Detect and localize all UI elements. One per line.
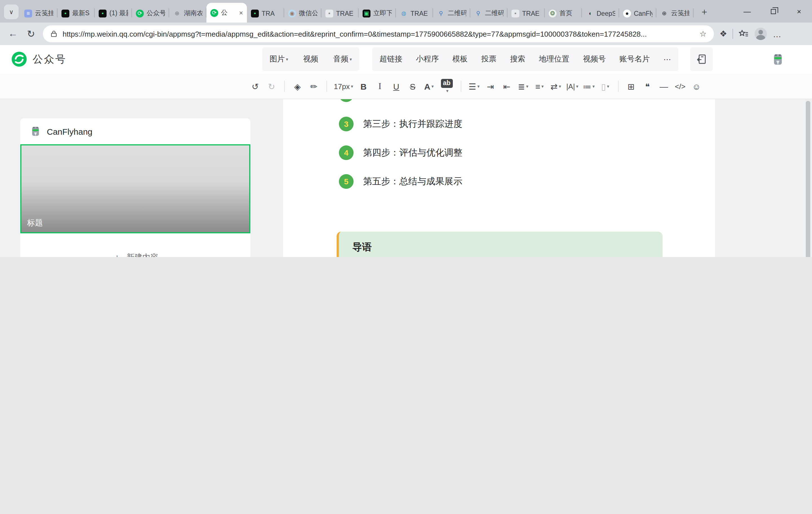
favorite-star-icon[interactable]: ☆ <box>699 29 706 38</box>
browser-tab[interactable]: ▪ 最新S <box>58 4 95 23</box>
header-menu-item[interactable]: 投票 <box>481 54 496 64</box>
toolbar-button[interactable]: — <box>658 79 670 94</box>
favorites-bar-icon[interactable] <box>739 29 749 38</box>
browser-essentials-icon[interactable]: ❖ <box>720 29 727 39</box>
close-button[interactable]: × <box>786 0 812 23</box>
toolbar-button[interactable] <box>461 81 461 92</box>
tab-search-chevron-icon[interactable]: ∨ <box>4 4 19 19</box>
toolbar-button[interactable]: ⇄ ▾ <box>550 79 562 94</box>
toolbar-button-glyph: ❝ <box>645 82 649 90</box>
article-cover-thumbnail[interactable]: 标题 <box>20 144 250 233</box>
browser-tab[interactable]: ⚲ 二维码 <box>470 4 508 23</box>
header-menu-item[interactable]: 视频 <box>303 54 318 64</box>
toolbar-button-glyph: S <box>410 82 415 90</box>
chevron-down-icon: ▾ <box>576 84 578 89</box>
restore-button[interactable] <box>760 0 786 23</box>
toolbar-button[interactable]: </> <box>674 79 686 94</box>
toolbar-button[interactable]: S <box>407 79 418 94</box>
browser-tab[interactable]: ▪ TRA <box>247 4 284 23</box>
menu-item-label: 模板 <box>453 54 468 64</box>
toolbar-button-glyph: ab <box>441 79 453 88</box>
page-scrollbar[interactable] <box>805 99 811 257</box>
account-name: CanFlyhang <box>47 126 92 136</box>
browser-tab[interactable]: ◖ DeepS <box>582 4 619 23</box>
browser-tab[interactable]: ⊕ 湖南农 <box>169 4 206 23</box>
toolbar-button[interactable]: ☰ ▾ <box>468 79 480 94</box>
header-menu-item[interactable]: ⋯ <box>663 55 671 64</box>
back-icon[interactable]: ← <box>7 28 19 39</box>
toolbar-button[interactable] <box>618 81 618 92</box>
browser-menu-icon[interactable]: … <box>773 29 782 39</box>
menu-item-label: 图片 <box>269 54 285 64</box>
browser-tab[interactable]: ▪ TRAE <box>321 4 359 23</box>
toolbar-button[interactable]: ◈ <box>292 79 303 94</box>
tab-favicon-icon: ⟳ <box>136 9 144 17</box>
new-content-button[interactable]: ＋ 新建内容 <box>20 233 250 257</box>
browser-tab[interactable]: ❂ 首页 <box>545 4 582 23</box>
browser-tab[interactable]: ▪ TRAE <box>508 4 545 23</box>
header-menu-item[interactable]: 小程序 <box>416 54 439 64</box>
toolbar-button-glyph: ☰ <box>469 82 476 90</box>
toolbar-button-glyph: ↻ <box>268 82 275 90</box>
toolbar-button[interactable]: |A| ▾ <box>566 79 578 94</box>
toolbar-button[interactable]: ↺ <box>249 79 261 94</box>
minimize-button[interactable]: — <box>734 0 760 23</box>
header-menu-item[interactable]: 视频号 <box>583 54 606 64</box>
account-avatar[interactable] <box>772 53 784 66</box>
tab-close-icon[interactable]: × <box>239 9 243 17</box>
tab-title: 二维码 <box>448 9 466 18</box>
browser-tab[interactable]: ⟳ 公 × <box>206 3 247 23</box>
toolbar-button[interactable]: ≣ ▾ <box>517 79 529 94</box>
toolbar-button-glyph: U <box>393 82 400 90</box>
browser-tab[interactable]: ◉ 微信公 <box>284 4 321 23</box>
import-document-button[interactable] <box>690 47 713 71</box>
menu-item-label: 小程序 <box>416 54 439 64</box>
editor-content[interactable]: 3 第三步：执行并跟踪进度 4 第四步：评估与优化调整 5 第五步：总结与成果展… <box>283 99 715 257</box>
scrollbar-thumb[interactable] <box>806 101 810 257</box>
toolbar-button[interactable]: U <box>390 79 402 94</box>
toolbar-button[interactable]: ≡ ▾ <box>533 79 545 94</box>
browser-tab[interactable]: ▪ (1) 最新 <box>95 4 132 23</box>
step-row: 3 第三步：执行并跟踪进度 <box>339 117 462 131</box>
toolbar-button-glyph: — <box>660 82 668 90</box>
profile-avatar[interactable] <box>755 28 767 40</box>
tab-favicon-icon: ▪ <box>251 9 259 17</box>
header-menu-item[interactable]: 模板 <box>453 54 468 64</box>
toolbar-button[interactable]: 17px ▾ <box>334 79 353 94</box>
toolbar-button[interactable]: ▯ ▾ <box>599 79 611 94</box>
toolbar-button[interactable]: ✏ <box>308 79 320 94</box>
toolbar-button[interactable]: I <box>374 79 386 94</box>
toolbar-button[interactable]: A ▾ <box>423 79 435 94</box>
chevron-down-icon: ▾ <box>607 84 609 89</box>
toolbar-button[interactable]: ab ▾ <box>439 79 454 94</box>
header-menu-item[interactable]: 图片 ▾ <box>269 54 288 64</box>
refresh-icon[interactable]: ↻ <box>25 28 37 40</box>
browser-tab[interactable]: ▣ 立即下 <box>359 4 396 23</box>
header-menu-item[interactable]: 搜索 <box>510 54 525 64</box>
mp-weixin-header: 公众号 图片 ▾ 视频 音频 ▾ 超链接 小程序 <box>0 45 812 74</box>
toolbar-button[interactable]: ≔ ▾ <box>583 79 594 94</box>
url-field[interactable]: https://mp.weixin.qq.com/cgi-bin/appmsg?… <box>43 25 714 42</box>
toolbar-button[interactable]: ⇤ <box>501 79 513 94</box>
browser-tab[interactable]: ≡ 云笺挂 <box>20 4 58 23</box>
tab-title: 云笺挂 <box>671 9 690 18</box>
header-menu-item[interactable]: 超链接 <box>379 54 402 64</box>
browser-tab[interactable]: ⚲ 二维码 <box>433 4 470 23</box>
header-menu-item[interactable]: 账号名片 <box>619 54 650 64</box>
toolbar-button[interactable]: ☺ <box>691 79 702 94</box>
header-menu-item[interactable]: 音频 ▾ <box>333 54 352 64</box>
toolbar-button[interactable] <box>326 81 327 92</box>
new-tab-button[interactable]: ＋ <box>697 4 712 19</box>
intro-quote-box: 导语 在这里写下您的导语内容。导语通常用于概括文章主旨、引出核心观点或营造阅读氛… <box>337 232 663 257</box>
browser-tab[interactable]: ● CanFly <box>619 4 656 23</box>
browser-tab[interactable]: ⊕ 云笺挂 <box>656 4 694 23</box>
toolbar-button[interactable]: ⇥ <box>484 79 496 94</box>
toolbar-button[interactable]: B <box>357 79 369 94</box>
header-menu-item[interactable]: 地理位置 <box>539 54 569 64</box>
toolbar-button[interactable]: ⊞ <box>625 79 637 94</box>
browser-tab[interactable]: ◍ TRAE <box>396 4 433 23</box>
toolbar-button[interactable]: ↻ <box>266 79 278 94</box>
toolbar-button[interactable]: ❝ <box>641 79 653 94</box>
browser-tab[interactable]: ⟳ 公众号 <box>132 4 169 23</box>
toolbar-button[interactable] <box>284 81 285 92</box>
